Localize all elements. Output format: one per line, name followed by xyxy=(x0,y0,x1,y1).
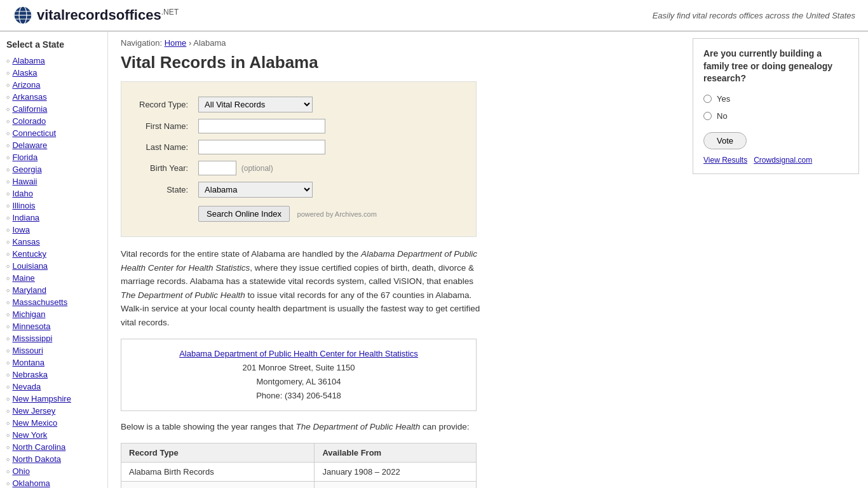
crowdsignal-link[interactable]: Crowdsignal.com xyxy=(754,156,812,165)
view-results-link[interactable]: View Results xyxy=(703,156,747,165)
sidebar-state-link[interactable]: Indiana xyxy=(12,213,39,222)
address-line1: 201 Monroe Street, Suite 1150 xyxy=(129,361,468,375)
sidebar-state-link[interactable]: Louisiana xyxy=(12,261,48,271)
sidebar-state-link[interactable]: Alaska xyxy=(12,68,37,78)
records-tbody: Alabama Birth RecordsJanuary 1908 – 2022… xyxy=(121,462,477,488)
sidebar-state-link[interactable]: New Hampshire xyxy=(12,394,71,403)
sidebar-state-link[interactable]: Nevada xyxy=(12,382,41,391)
sidebar-item: Kansas xyxy=(6,236,101,248)
sidebar-state-link[interactable]: Oklahoma xyxy=(12,478,50,488)
first-name-input[interactable] xyxy=(198,119,325,133)
sidebar-item: New Mexico xyxy=(6,417,101,429)
header: vitalrecordsoffices.NET Easily find vita… xyxy=(0,0,868,32)
sidebar-item: Delaware xyxy=(6,139,101,151)
search-button[interactable]: Search Online Index xyxy=(198,206,290,222)
sidebar-state-link[interactable]: Ohio xyxy=(12,466,29,476)
sidebar-item: Iowa xyxy=(6,224,101,236)
breadcrumb: Navigation: Home › Alabama xyxy=(121,38,671,48)
breadcrumb-home-link[interactable]: Home xyxy=(165,38,187,48)
breadcrumb-current: Alabama xyxy=(193,38,226,48)
sidebar-item: Maryland xyxy=(6,284,101,296)
records-table: Record Type Available From Alabama Birth… xyxy=(121,443,477,488)
dept-link[interactable]: Alabama Department of Public Health Cent… xyxy=(179,349,418,358)
sidebar-item: Maine xyxy=(6,272,101,284)
sidebar-state-link[interactable]: Delaware xyxy=(12,140,47,150)
sidebar-state-link[interactable]: Maryland xyxy=(12,285,46,295)
sidebar-item: Arizona xyxy=(6,79,101,91)
sidebar-state-link[interactable]: Florida xyxy=(12,152,37,162)
table-header-type: Record Type xyxy=(121,443,315,462)
sidebar-state-link[interactable]: New Mexico xyxy=(12,418,57,428)
sidebar-state-link[interactable]: Kansas xyxy=(12,237,39,247)
sidebar-list: AlabamaAlaskaArizonaArkansasCaliforniaCo… xyxy=(6,55,101,488)
sidebar-state-link[interactable]: Arizona xyxy=(12,80,40,90)
poll-no-radio[interactable] xyxy=(703,112,712,120)
poll-no-label[interactable]: No xyxy=(717,111,728,121)
sidebar-state-link[interactable]: Iowa xyxy=(12,225,29,234)
right-sidebar: Are you currently building a family tree… xyxy=(684,32,868,488)
poll-links: View Results Crowdsignal.com xyxy=(703,156,848,165)
sidebar-item: New Hampshire xyxy=(6,393,101,405)
sidebar-item: North Dakota xyxy=(6,453,101,465)
record-type-label: Record Type: xyxy=(139,100,188,109)
search-form-table: Record Type: All Vital RecordsBirth Reco… xyxy=(134,93,382,225)
layout: Select a State AlabamaAlaskaArizonaArkan… xyxy=(0,32,868,488)
sidebar-item: Florida xyxy=(6,151,101,163)
available-from-cell: January 1908 – 2022 xyxy=(315,481,477,488)
poll-yes-label[interactable]: Yes xyxy=(717,94,730,104)
sidebar-state-link[interactable]: New Jersey xyxy=(12,406,55,416)
vote-button[interactable]: Vote xyxy=(703,132,747,149)
page-title: Vital Records in Alabama xyxy=(121,53,671,72)
table-header-available: Available From xyxy=(315,443,477,462)
sidebar-item: Ohio xyxy=(6,465,101,477)
sidebar-state-link[interactable]: Massachusetts xyxy=(12,297,67,307)
sidebar-item: Arkansas xyxy=(6,91,101,103)
sidebar-item: Illinois xyxy=(6,200,101,212)
sidebar-state-link[interactable]: Alabama xyxy=(12,56,44,65)
sidebar-item: Missouri xyxy=(6,344,101,356)
sidebar-state-link[interactable]: Missouri xyxy=(12,346,43,355)
sidebar-state-link[interactable]: Minnesota xyxy=(12,322,50,331)
state-select[interactable]: Alabama xyxy=(198,182,313,198)
sidebar-state-link[interactable]: Colorado xyxy=(12,116,46,126)
sidebar-state-link[interactable]: North Dakota xyxy=(12,454,61,464)
sidebar-state-link[interactable]: Michigan xyxy=(12,309,45,319)
sidebar-item: Montana xyxy=(6,356,101,369)
globe-icon xyxy=(13,5,33,25)
sidebar-state-link[interactable]: Hawaii xyxy=(12,177,37,186)
sidebar-state-link[interactable]: Idaho xyxy=(12,189,33,198)
poll-yes-radio[interactable] xyxy=(703,95,712,103)
sidebar-item: New Jersey xyxy=(6,405,101,417)
table-row: Alabama Death RecordsJanuary 1908 – 2022 xyxy=(121,481,477,488)
sidebar-state-link[interactable]: Mississippi xyxy=(12,334,52,343)
sidebar-state-link[interactable]: North Carolina xyxy=(12,442,65,452)
sidebar-state-link[interactable]: California xyxy=(12,104,47,114)
sidebar-state-link[interactable]: Maine xyxy=(12,273,34,283)
birth-year-input[interactable] xyxy=(198,161,236,175)
sidebar-item: North Carolina xyxy=(6,441,101,453)
available-from-cell: January 1908 – 2022 xyxy=(315,462,477,481)
record-type-cell: Alabama Death Records xyxy=(121,481,315,488)
sidebar-item: Nevada xyxy=(6,381,101,393)
logo-suffix: .NET xyxy=(161,8,179,17)
sidebar-item: Mississippi xyxy=(6,332,101,344)
sidebar-state-link[interactable]: Nebraska xyxy=(12,370,48,379)
last-name-input[interactable] xyxy=(198,140,325,154)
sidebar-state-link[interactable]: Connecticut xyxy=(12,128,56,138)
sidebar-state-link[interactable]: Kentucky xyxy=(12,249,46,259)
sidebar-state-link[interactable]: Illinois xyxy=(12,201,35,210)
poll-box: Are you currently building a family tree… xyxy=(693,38,859,174)
sidebar-state-link[interactable]: Georgia xyxy=(12,165,41,174)
record-type-select[interactable]: All Vital RecordsBirth RecordsDeath Reco… xyxy=(198,97,313,112)
sidebar-item: Connecticut xyxy=(6,127,101,139)
sidebar-state-link[interactable]: Montana xyxy=(12,358,44,367)
sidebar-item: Nebraska xyxy=(6,369,101,381)
sidebar-state-link[interactable]: Arkansas xyxy=(12,92,46,102)
table-row: Alabama Birth RecordsJanuary 1908 – 2022 xyxy=(121,462,477,481)
logo-text: vitalrecordsoffices.NET xyxy=(37,7,179,24)
sidebar-item: California xyxy=(6,103,101,115)
last-name-label: Last Name: xyxy=(146,142,188,152)
sidebar-item: Minnesota xyxy=(6,320,101,332)
sidebar-state-link[interactable]: New York xyxy=(12,430,47,440)
body-text: Vital records for the entire state of Al… xyxy=(121,247,483,330)
